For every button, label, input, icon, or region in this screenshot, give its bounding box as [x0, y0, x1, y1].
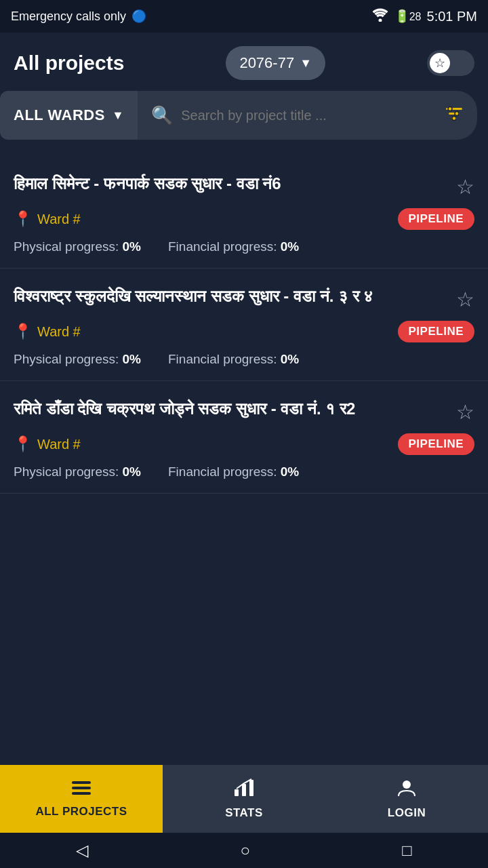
ward-label: Ward #: [37, 212, 81, 227]
filter-settings-icon[interactable]: [445, 105, 464, 125]
favorite-star-icon[interactable]: ☆: [456, 288, 474, 311]
svg-rect-10: [235, 789, 239, 796]
all-wards-label: ALL WARDS: [14, 106, 105, 124]
project-card[interactable]: विश्वराष्ट्र स्कुलदेखि सल्यानस्थान सडक स…: [0, 269, 488, 381]
ward-label: Ward #: [37, 437, 81, 452]
ward-location: 📍 Ward #: [14, 323, 81, 340]
stats-icon: [233, 778, 255, 802]
progress-row: Physical progress: 0% Financial progress…: [14, 465, 474, 479]
favorite-star-icon[interactable]: ☆: [456, 400, 474, 424]
project-meta: 📍 Ward # PIPELINE: [14, 208, 474, 230]
home-button[interactable]: ○: [240, 841, 250, 860]
svg-rect-11: [242, 784, 246, 796]
nav-label-login: LOGIN: [388, 806, 426, 820]
svg-rect-8: [72, 787, 91, 789]
project-title: हिमाल सिमेन्ट - फनपार्क सडक सुधार - वडा …: [14, 172, 456, 195]
svg-point-0: [378, 18, 382, 22]
star-icon: ☆: [430, 53, 450, 73]
search-bar: 🔍: [138, 91, 477, 140]
project-list: हिमाल सिमेन्ट - फनपार्क सडक सुधार - वडा …: [0, 151, 488, 499]
android-nav: ◁ ○ □: [0, 833, 488, 868]
ward-label: Ward #: [37, 324, 81, 340]
physical-progress: Physical progress: 0%: [14, 352, 141, 367]
progress-row: Physical progress: 0% Financial progress…: [14, 352, 474, 367]
search-icon: 🔍: [151, 105, 173, 126]
financial-progress: Financial progress: 0%: [168, 239, 299, 254]
year-dropdown[interactable]: 2076-77 ▼: [226, 46, 325, 80]
nav-label-all-projects: ALL PROJECTS: [35, 805, 127, 818]
svg-point-4: [448, 107, 452, 111]
year-label: 2076-77: [239, 54, 294, 72]
status-left: Emergency calls only 🔵: [11, 9, 146, 24]
hamburger-icon: [70, 779, 92, 801]
header: All projects 2076-77 ▼ ☆: [0, 33, 488, 91]
physical-progress: Physical progress: 0%: [14, 465, 141, 479]
svg-rect-9: [72, 792, 91, 795]
svg-point-13: [403, 781, 411, 789]
nav-item-all-projects[interactable]: ALL PROJECTS: [0, 765, 163, 833]
back-button[interactable]: ◁: [76, 841, 88, 860]
filter-row: ALL WARDS ▼ 🔍: [0, 91, 488, 151]
project-title: रमिते डाँडा देखि चक्रपथ जोड्ने सडक सुधार…: [14, 397, 456, 420]
bluetooth-icon: 🔵: [131, 9, 146, 24]
status-bar: Emergency calls only 🔵 🔋28 5:01 PM: [0, 0, 488, 33]
search-input[interactable]: [181, 108, 436, 123]
svg-point-6: [452, 117, 456, 121]
svg-point-5: [455, 112, 459, 116]
status-badge: PIPELINE: [398, 208, 474, 230]
project-card-header: हिमाल सिमेन्ट - फनपार्क सडक सुधार - वडा …: [14, 172, 474, 199]
status-time: 5:01 PM: [427, 9, 477, 24]
page-title: All projects: [14, 52, 124, 75]
status-emergency-text: Emergency calls only: [11, 9, 126, 24]
project-meta: 📍 Ward # PIPELINE: [14, 321, 474, 342]
nav-label-stats: STATS: [225, 806, 263, 820]
financial-progress: Financial progress: 0%: [168, 465, 299, 479]
project-card[interactable]: रमिते डाँडा देखि चक्रपथ जोड्ने सडक सुधार…: [0, 381, 488, 494]
status-right: 🔋28 5:01 PM: [371, 8, 477, 25]
wards-chevron-icon: ▼: [112, 108, 124, 123]
project-card-header: रमिते डाँडा देखि चक्रपथ जोड्ने सडक सुधार…: [14, 397, 474, 424]
login-person-icon: [397, 778, 416, 802]
status-badge: PIPELINE: [398, 433, 474, 455]
project-card[interactable]: हिमाल सिमेन्ट - फनपार्क सडक सुधार - वडा …: [0, 156, 488, 269]
ward-location: 📍 Ward #: [14, 210, 81, 228]
financial-progress: Financial progress: 0%: [168, 352, 299, 367]
nav-item-stats[interactable]: STATS: [163, 765, 325, 833]
svg-rect-12: [249, 780, 253, 796]
all-wards-button[interactable]: ALL WARDS ▼: [0, 91, 138, 140]
project-title: विश्वराष्ट्र स्कुलदेखि सल्यानस्थान सडक स…: [14, 285, 456, 308]
progress-row: Physical progress: 0% Financial progress…: [14, 239, 474, 254]
recents-button[interactable]: □: [402, 841, 412, 860]
bottom-nav: ALL PROJECTS STATS LOGIN: [0, 765, 488, 833]
project-card-header: विश्वराष्ट्र स्कुलदेखि सल्यानस्थान सडक स…: [14, 285, 474, 311]
favorites-toggle[interactable]: ☆: [427, 50, 474, 76]
battery-icon: 🔋28: [394, 9, 422, 24]
status-badge: PIPELINE: [398, 321, 474, 342]
location-icon: 📍: [14, 210, 32, 228]
location-icon: 📍: [14, 435, 32, 453]
svg-rect-7: [72, 781, 91, 784]
year-chevron-icon: ▼: [300, 56, 312, 71]
ward-location: 📍 Ward #: [14, 435, 81, 453]
wifi-icon: [371, 8, 389, 25]
nav-item-login[interactable]: LOGIN: [325, 765, 488, 833]
favorite-star-icon[interactable]: ☆: [456, 175, 474, 199]
project-meta: 📍 Ward # PIPELINE: [14, 433, 474, 455]
location-icon: 📍: [14, 323, 32, 340]
physical-progress: Physical progress: 0%: [14, 239, 141, 254]
